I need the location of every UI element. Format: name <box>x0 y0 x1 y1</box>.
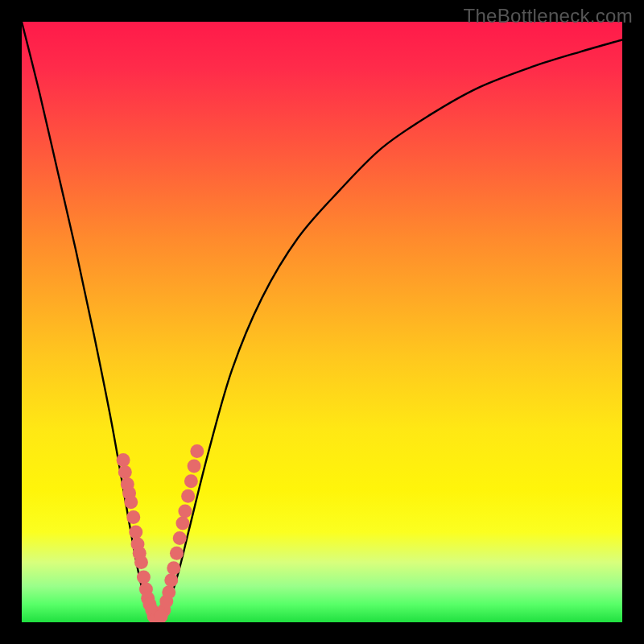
data-dot <box>178 504 192 518</box>
data-dot <box>170 547 184 560</box>
chart-frame: TheBottleneck.com <box>0 0 644 644</box>
watermark-text: TheBottleneck.com <box>463 5 633 27</box>
data-dot <box>164 573 178 587</box>
data-dot <box>181 489 195 503</box>
chart-svg <box>22 22 622 622</box>
data-dot <box>137 571 151 584</box>
data-dot <box>162 585 175 599</box>
data-dot <box>173 531 187 545</box>
data-dot <box>188 460 201 473</box>
data-dot <box>117 453 130 467</box>
bottleneck-curve <box>22 22 622 622</box>
data-dot <box>118 465 132 479</box>
data-dots <box>117 444 204 622</box>
data-dot <box>184 474 198 488</box>
data-dot <box>134 555 148 569</box>
chart-plot-area <box>22 22 622 622</box>
data-dot <box>167 561 180 575</box>
data-dot <box>175 516 189 530</box>
data-dot <box>126 510 140 524</box>
data-dot <box>129 526 142 539</box>
data-dot <box>190 444 204 458</box>
data-dot <box>124 495 138 509</box>
